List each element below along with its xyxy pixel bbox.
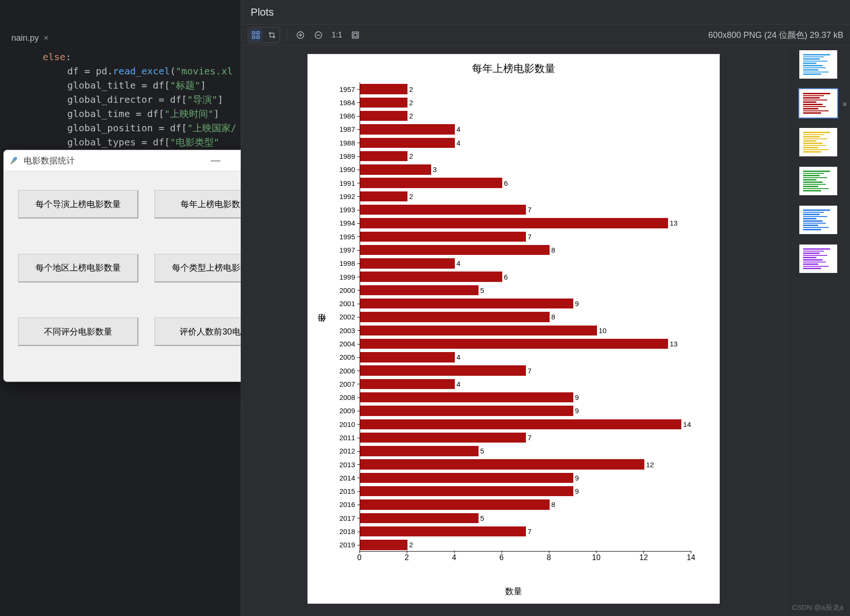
plot-thumbnail[interactable]	[799, 167, 837, 195]
plot-thumbnail[interactable]	[799, 89, 837, 118]
bar-value-label: 5	[480, 286, 484, 294]
bar-row: 19842	[360, 98, 691, 108]
bar-row: 19572	[360, 84, 691, 94]
plots-toolbar: 1:1 600x800 PNG (24 位颜色) 29.37 kB	[241, 25, 850, 45]
bar-row: 19874	[360, 124, 691, 134]
chart-title: 每年上榜电影数量	[307, 62, 720, 76]
ytick-label: 1989	[329, 152, 355, 160]
plot-thumbnail[interactable]	[799, 206, 837, 234]
bar	[360, 191, 407, 201]
xtick-label: 2	[405, 553, 409, 562]
plot-stage[interactable]: 每年上榜电影数量 1957219842198621987419884198921…	[241, 45, 786, 616]
bar	[360, 499, 550, 509]
zoom-in-icon[interactable]	[294, 28, 307, 42]
grid-view-icon[interactable]	[249, 28, 262, 42]
editor-tabbar: nain.py ×	[0, 28, 241, 47]
ytick-label: 1991	[329, 179, 355, 187]
bar	[360, 406, 573, 416]
bar-value-label: 9	[575, 407, 579, 415]
crop-icon[interactable]	[265, 28, 279, 42]
ytick-label: 1988	[329, 139, 355, 147]
bar	[360, 258, 455, 268]
bar-row: 19862	[360, 111, 691, 121]
bar	[360, 459, 644, 469]
ytick-label: 2004	[329, 340, 355, 348]
ytick-label: 2017	[329, 514, 355, 522]
plot-thumbnail[interactable]	[799, 50, 837, 79]
chart-plot-area: 1957219842198621987419884198921990319916…	[360, 82, 691, 552]
bar	[360, 540, 407, 550]
bar-value-label: 8	[552, 313, 555, 321]
code-content[interactable]: else:df = pd.read_excel("movies.xlglobal…	[0, 50, 241, 149]
bar-row: 19996	[360, 272, 691, 281]
bar-row: 20099	[360, 406, 691, 416]
close-icon[interactable]: ×	[44, 33, 49, 43]
bar	[360, 124, 455, 134]
bar	[360, 312, 550, 322]
plot-thumbnail[interactable]	[799, 128, 837, 156]
bar-value-label: 4	[457, 125, 461, 133]
ytick-label: 2007	[329, 380, 355, 388]
bar	[360, 419, 681, 429]
tk-button-0[interactable]: 每个导演上榜电影数量	[18, 190, 138, 218]
xtick-label: 0	[357, 553, 362, 562]
bar-value-label: 13	[670, 219, 678, 227]
bar-value-label: 3	[433, 165, 437, 173]
bar-value-label: 7	[528, 233, 532, 241]
ytick-label: 2002	[329, 313, 355, 321]
bar-row: 20117	[360, 433, 691, 443]
svg-rect-6	[353, 32, 359, 38]
bar-value-label: 4	[457, 353, 461, 361]
bar-value-label: 9	[575, 393, 579, 401]
ytick-label: 2012	[329, 447, 355, 455]
bar-row: 20089	[360, 392, 691, 402]
bar-row: 20192	[360, 540, 691, 550]
close-icon[interactable]: ×	[842, 100, 847, 109]
xtick-label: 8	[547, 553, 551, 562]
ytick-label: 2011	[329, 434, 355, 442]
bar	[360, 339, 668, 349]
bar-value-label: 2	[409, 99, 413, 107]
scale-icon[interactable]	[349, 28, 362, 42]
bar-value-label: 4	[457, 259, 461, 267]
ytick-label: 1999	[329, 273, 355, 281]
plot-thumbnail[interactable]	[799, 245, 837, 273]
bar-row: 20125	[360, 446, 691, 456]
bar	[360, 232, 526, 242]
ytick-label: 1992	[329, 192, 355, 200]
ytick-label: 1986	[329, 112, 355, 120]
svg-rect-1	[257, 32, 259, 34]
editor-tab-main[interactable]: nain.py ×	[5, 29, 55, 47]
bar-row: 20175	[360, 513, 691, 523]
bar-row: 20074	[360, 379, 691, 389]
bar-value-label: 4	[457, 380, 461, 388]
bar-row: 19984	[360, 258, 691, 268]
tk-button-2[interactable]: 每个地区上榜电影数量	[18, 254, 138, 282]
zoom-out-icon[interactable]	[312, 28, 325, 42]
plot-thumbnails-column: ×	[786, 45, 850, 616]
ytick-label: 1984	[329, 99, 355, 107]
bar-row: 20019	[360, 299, 691, 308]
bar-row: 201014	[360, 419, 691, 429]
bar-value-label: 7	[528, 434, 532, 442]
xtick-label: 14	[687, 553, 696, 562]
bar	[360, 486, 573, 496]
ytick-label: 1997	[329, 246, 355, 254]
bar	[360, 178, 502, 188]
svg-rect-2	[253, 36, 255, 38]
bar-value-label: 9	[575, 299, 579, 308]
bar-value-label: 7	[528, 527, 532, 535]
minimize-icon[interactable]: —	[208, 155, 223, 166]
bar-row: 20005	[360, 285, 691, 295]
zoom-ratio-label[interactable]: 1:1	[330, 31, 344, 39]
ytick-label: 2015	[329, 487, 355, 495]
bar	[360, 84, 407, 94]
plots-panel: Plots 1:1 600x800 PNG (24 位颜	[241, 0, 850, 616]
bar	[360, 245, 550, 255]
svg-rect-0	[253, 32, 255, 34]
ytick-label: 1993	[329, 206, 355, 214]
bar-value-label: 13	[670, 340, 678, 348]
bar-value-label: 12	[646, 461, 654, 469]
tk-button-4[interactable]: 不同评分电影数量	[18, 317, 138, 346]
feather-icon	[9, 156, 19, 165]
